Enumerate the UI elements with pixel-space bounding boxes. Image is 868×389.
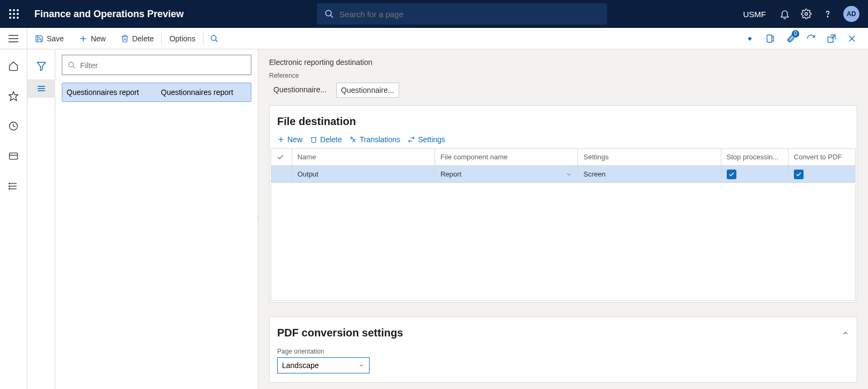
page-orientation-select[interactable]: Landscape xyxy=(277,357,370,373)
popout-icon[interactable] xyxy=(825,32,838,45)
grid-empty-area xyxy=(271,184,856,301)
grid-translations-label: Translations xyxy=(359,135,400,144)
svg-point-4 xyxy=(13,13,15,15)
grid-row[interactable]: Output Report Screen xyxy=(271,166,856,183)
svg-point-7 xyxy=(13,17,15,19)
grid-delete-button[interactable]: Delete xyxy=(310,135,342,144)
grid-settings-label: Settings xyxy=(418,135,445,144)
attachments-icon[interactable]: 0 xyxy=(784,32,797,45)
svg-point-5 xyxy=(17,13,19,15)
grid-cell-name[interactable]: Output xyxy=(292,166,435,183)
page-orientation-label: Page orientation xyxy=(277,348,849,355)
svg-point-9 xyxy=(326,10,331,16)
grid-header-name[interactable]: Name xyxy=(292,149,435,166)
swap-icon xyxy=(408,136,415,143)
notifications-icon[interactable] xyxy=(779,8,791,20)
grid-new-button[interactable]: New xyxy=(277,135,302,144)
help-icon[interactable] xyxy=(822,8,834,20)
rail-workspaces-icon[interactable] xyxy=(0,147,27,165)
grid-new-label: New xyxy=(287,135,302,144)
grid-row-selector[interactable] xyxy=(271,166,292,183)
svg-point-12 xyxy=(827,16,828,17)
file-destination-grid: Name File component name Settings Stop p… xyxy=(271,148,856,183)
rail-recent-icon[interactable] xyxy=(0,117,27,135)
rail-favorites-icon[interactable] xyxy=(0,87,27,105)
grid-cell-stop-processing[interactable] xyxy=(721,166,788,183)
global-search[interactable] xyxy=(317,3,607,25)
list-filter[interactable] xyxy=(62,55,251,75)
grid-header-file-component[interactable]: File component name xyxy=(435,149,577,166)
grid-header-select[interactable] xyxy=(271,149,292,166)
close-icon[interactable] xyxy=(845,32,858,45)
company-switcher[interactable]: USMF xyxy=(740,10,770,19)
reference-label: Reference xyxy=(269,72,857,79)
svg-point-33 xyxy=(9,186,10,187)
app-launcher-icon[interactable] xyxy=(0,0,28,28)
svg-line-10 xyxy=(330,15,333,18)
connector-icon[interactable] xyxy=(743,32,756,45)
delete-label: Delete xyxy=(132,34,154,43)
main-content: Electronic reporting destination Referen… xyxy=(258,49,868,389)
file-destination-title: File destination xyxy=(277,115,356,128)
svg-point-0 xyxy=(9,9,11,11)
nav-toggle-icon[interactable] xyxy=(0,28,27,49)
checkbox-checked-icon xyxy=(727,170,736,179)
grid-cell-convert-pdf[interactable] xyxy=(788,166,855,183)
pdf-settings-title: PDF conversion settings xyxy=(277,327,403,339)
svg-marker-35 xyxy=(37,62,45,70)
trash-icon xyxy=(121,34,129,43)
list-row[interactable]: Questionnaires report Questionnaires rep… xyxy=(62,83,251,101)
svg-point-2 xyxy=(17,9,19,11)
svg-point-32 xyxy=(9,183,10,184)
grid-header-convert-pdf[interactable]: Convert to PDF xyxy=(788,149,855,166)
options-button[interactable]: Options xyxy=(162,28,202,49)
chevron-down-icon xyxy=(358,362,365,369)
refresh-icon[interactable] xyxy=(805,32,818,45)
svg-rect-20 xyxy=(767,35,772,42)
rail-modules-icon[interactable] xyxy=(0,177,27,195)
svg-line-19 xyxy=(215,40,218,42)
grid-settings-button[interactable]: Settings xyxy=(408,135,445,144)
rail-home-icon[interactable] xyxy=(0,57,27,75)
svg-point-11 xyxy=(805,13,808,16)
search-icon xyxy=(68,61,76,69)
reference-value-2[interactable]: Questionnaire... xyxy=(336,83,399,98)
collapse-icon[interactable] xyxy=(842,329,849,337)
grid-cell-file-component-value: Report xyxy=(440,170,461,178)
splitter-handle[interactable]: ⋮ xyxy=(255,214,261,225)
user-avatar[interactable]: AD xyxy=(843,6,859,22)
grid-header-stop-processing[interactable]: Stop processin... xyxy=(721,149,788,166)
svg-point-6 xyxy=(9,17,11,19)
global-search-input[interactable] xyxy=(339,10,599,19)
trash-icon xyxy=(310,136,317,143)
svg-rect-27 xyxy=(10,153,18,159)
plus-icon xyxy=(79,34,88,43)
office-icon[interactable] xyxy=(764,32,777,45)
settings-icon[interactable] xyxy=(800,8,812,20)
save-icon xyxy=(35,34,44,43)
list-view-icon[interactable] xyxy=(27,79,55,98)
reference-value-1[interactable]: Questionnaire... xyxy=(269,83,331,98)
svg-marker-25 xyxy=(9,92,18,101)
grid-translations-button[interactable]: Translations xyxy=(349,135,400,144)
list-pane: Questionnaires report Questionnaires rep… xyxy=(55,49,258,389)
list-filter-input[interactable] xyxy=(80,61,245,70)
grid-header-settings[interactable]: Settings xyxy=(578,149,721,166)
plus-icon xyxy=(277,136,285,143)
search-icon xyxy=(324,9,334,19)
page-orientation-value: Landscape xyxy=(282,361,319,370)
save-button[interactable]: Save xyxy=(27,28,71,49)
options-label: Options xyxy=(169,34,195,43)
funnel-icon[interactable] xyxy=(27,57,55,75)
list-row-col1: Questionnaires report xyxy=(62,88,157,97)
view-rail xyxy=(27,49,55,389)
action-search-icon[interactable] xyxy=(204,28,225,49)
grid-cell-settings[interactable]: Screen xyxy=(578,166,721,183)
checkbox-checked-icon xyxy=(794,170,804,179)
new-button[interactable]: New xyxy=(71,28,113,49)
translate-icon xyxy=(349,136,357,143)
grid-delete-label: Delete xyxy=(320,135,342,144)
delete-button[interactable]: Delete xyxy=(113,28,161,49)
app-title: Finance and Operations Preview xyxy=(34,9,184,20)
grid-cell-file-component[interactable]: Report xyxy=(435,166,577,183)
